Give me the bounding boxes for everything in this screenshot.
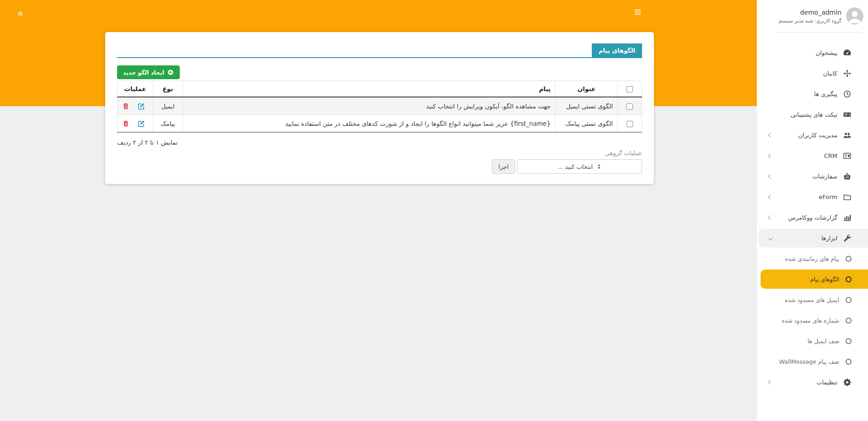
create-template-label: ایجاد الگو جدید: [123, 69, 164, 76]
edit-button[interactable]: [138, 120, 145, 127]
circle-icon: [846, 338, 852, 344]
bulk-actions-label: عملیات گروهی: [117, 150, 642, 157]
delete-button[interactable]: [122, 120, 129, 127]
sidebar-item-eform[interactable]: eForm: [757, 187, 868, 207]
create-template-button[interactable]: ایجاد الگو جدید: [117, 65, 180, 79]
sidebar-subitem-wallmessage-queue[interactable]: صف پیام WallMessage: [757, 351, 868, 372]
cell-type: پیامک: [153, 115, 183, 133]
bulk-select-value: انتخاب کنید ...: [557, 163, 593, 170]
bulk-actions: عملیات گروهی انتخاب کنید ... اجرا: [117, 150, 642, 174]
sidebar-subitem-blocked-numbers[interactable]: شماره های مسدود شده: [757, 310, 868, 331]
col-header-message: پیام: [183, 81, 556, 97]
row-checkbox[interactable]: [627, 103, 633, 110]
chevron-left-icon: [768, 133, 773, 138]
wrench-icon: [843, 234, 852, 243]
table-row: الگوی تستی پیامک {first_name} عزیز شما م…: [118, 115, 642, 133]
hamburger-menu-icon[interactable]: [633, 8, 642, 16]
edit-button[interactable]: [138, 103, 145, 110]
ticket-icon: [843, 110, 852, 119]
sidebar-item-user-management[interactable]: مدیریت کاربران: [757, 125, 868, 146]
circle-icon: [846, 359, 852, 365]
chevron-left-icon: [768, 154, 773, 158]
col-header-operations: عملیات: [118, 81, 153, 97]
cell-operations: [118, 97, 153, 115]
cell-title: الگوی تستی ایمیل: [556, 97, 618, 115]
clock-icon: [843, 90, 852, 98]
col-header-type: نوع: [153, 81, 183, 97]
basket-icon: [843, 172, 852, 181]
bulk-action-select[interactable]: انتخاب کنید ...: [517, 159, 642, 174]
cell-checkbox: [618, 97, 642, 115]
cell-type: ایمیل: [153, 97, 183, 115]
chevron-left-icon: [768, 195, 773, 200]
sidebar-subitem-message-templates[interactable]: الگوهای پیام: [761, 270, 868, 289]
col-header-checkbox: [618, 81, 642, 97]
cell-message: {first_name} عزیز شما میتوانید انواع الگ…: [183, 115, 556, 133]
cell-operations: [118, 115, 153, 133]
cell-message: جهت مشاهده الگو، آیکون ویرایش را انتخاب …: [183, 97, 556, 115]
folder-icon: [843, 193, 852, 201]
sidebar-item-followups[interactable]: پیگیری ها: [757, 84, 868, 104]
cell-checkbox: [618, 115, 642, 133]
dashboard-icon: [843, 49, 852, 57]
sidebar-item-crm[interactable]: CRM: [757, 146, 868, 166]
pagination-info: نمایش ۱ تا ۲ از ۲ ردیف: [117, 139, 642, 146]
sidebar-item-orders[interactable]: سفارشات: [757, 166, 868, 187]
sidebar-item-dashboard[interactable]: پیشخوان: [757, 43, 868, 63]
sidebar-subitem-blocked-emails[interactable]: ایمیل های مسدود شده: [757, 290, 868, 310]
sidebar-subitem-email-queue[interactable]: صف ایمیل ها: [757, 331, 868, 351]
table-row: الگوی تستی ایمیل جهت مشاهده الگو، آیکون …: [118, 97, 642, 115]
sidebar-subitem-scheduled-messages[interactable]: پیام های زمانبندی شده: [757, 248, 868, 269]
toolbar: ایجاد الگو جدید: [117, 65, 642, 79]
circle-icon: [846, 256, 852, 262]
home-icon[interactable]: [16, 10, 24, 17]
chevron-down-icon: [768, 236, 773, 241]
username: demo_admin: [779, 9, 841, 16]
chevron-left-icon: [768, 216, 773, 220]
users-icon: [843, 131, 852, 140]
kanban-move-icon: [843, 69, 852, 78]
page-title-tab[interactable]: الگوهای پیام: [592, 43, 642, 57]
col-header-title: عنوان: [556, 81, 618, 97]
bar-chart-icon: [843, 213, 852, 222]
circle-icon: [846, 297, 852, 303]
templates-table: عنوان پیام نوع عملیات الگوی تستی ایمیل ج…: [117, 81, 642, 133]
up-down-arrows-icon: [596, 164, 602, 169]
row-checkbox[interactable]: [627, 121, 633, 127]
divider: [776, 32, 862, 32]
sidebar-item-tools[interactable]: ابزارها: [759, 229, 868, 248]
sidebar-item-kanban[interactable]: کانبان: [757, 63, 868, 84]
sidebar: demo_admin گروه کاربری: شبه مدیر سیستم پ…: [757, 0, 868, 421]
chevron-left-icon: [768, 380, 773, 385]
plus-circle-icon: [167, 69, 174, 76]
tab-row: الگوهای پیام: [117, 43, 642, 58]
delete-button[interactable]: [122, 103, 129, 110]
sidebar-item-support-tickets[interactable]: تیکت های پشتیبانی: [757, 104, 868, 125]
gear-icon: [843, 378, 852, 387]
content-card: الگوهای پیام ایجاد الگو جدید عنوان پیام …: [105, 32, 654, 184]
avatar: [846, 7, 863, 25]
user-group: گروه کاربری: شبه مدیر سیستم: [779, 18, 841, 23]
circle-icon: [846, 276, 852, 282]
sidebar-nav: پیشخوان کانبان پیگیری ها تیکت های پشتیبا…: [757, 43, 868, 393]
sidebar-item-settings[interactable]: تنظیمات: [757, 372, 868, 393]
select-all-checkbox[interactable]: [627, 86, 633, 92]
chevron-left-icon: [768, 174, 773, 179]
user-profile[interactable]: demo_admin گروه کاربری: شبه مدیر سیستم: [757, 0, 868, 25]
execute-button[interactable]: اجرا: [492, 159, 515, 174]
table-header-row: عنوان پیام نوع عملیات: [118, 81, 642, 97]
cell-title: الگوی تستی پیامک: [556, 115, 618, 133]
circle-icon: [846, 318, 852, 324]
sidebar-item-woocommerce-reports[interactable]: گزارشات ووکامرس: [757, 207, 868, 228]
address-card-icon: [843, 151, 852, 160]
